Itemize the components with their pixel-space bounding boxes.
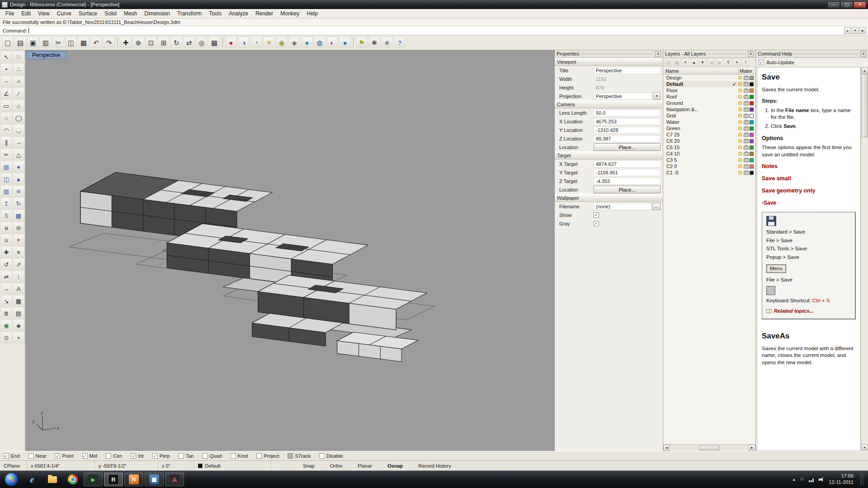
layer-row-c7-25[interactable]: C7 25 <box>663 131 755 138</box>
osnap-project[interactable]: Project <box>256 453 279 459</box>
osnap-tan[interactable]: Tan <box>179 453 194 459</box>
layer-visibility-icon[interactable] <box>738 133 742 136</box>
minimize-button[interactable]: — <box>827 1 840 8</box>
osnap-near[interactable]: Near <box>28 453 47 459</box>
tool-loft-button[interactable]: ≋ <box>13 185 24 197</box>
toolbar-paste-button[interactable]: ▦ <box>78 37 90 48</box>
tool-surface-button[interactable]: ▨ <box>0 185 12 197</box>
tool-point-cloud-button[interactable]: ∴ <box>13 63 24 75</box>
prop-field-y-target[interactable]: -1108.961 <box>594 169 660 176</box>
expand-button[interactable]: ▷ <box>716 59 723 66</box>
tool-polygon-button[interactable]: ⌂ <box>13 100 24 112</box>
layer-color-swatch[interactable] <box>750 158 754 162</box>
osnap-disable[interactable]: Disable <box>319 453 343 459</box>
related-topics-link[interactable]: Related topics... <box>766 308 851 315</box>
osnap-int[interactable]: ✓Int <box>131 453 143 459</box>
move-up-button[interactable]: ▲ <box>690 59 698 66</box>
browse-button[interactable]: ... <box>652 203 660 210</box>
osnap-quad[interactable]: Quad <box>203 453 222 459</box>
layer-color-swatch[interactable] <box>750 101 754 105</box>
layers-horizontal-scrollbar[interactable]: ◀ ▶ <box>663 444 755 451</box>
toolbar-render-button[interactable]: ◑ <box>238 37 250 48</box>
layer-color-swatch[interactable] <box>750 89 754 93</box>
layer-lock-icon[interactable] <box>744 107 748 112</box>
column-material[interactable]: Mater <box>738 68 753 74</box>
copy-layer-button[interactable]: ◫ <box>673 59 680 66</box>
osnap-cen[interactable]: Cen <box>106 453 122 459</box>
tool-line-button[interactable]: ∕ <box>13 88 24 99</box>
tool-sphere-button[interactable]: ● <box>13 161 24 173</box>
statusbar-snap-button[interactable]: Snap <box>303 463 315 469</box>
tray-expand-icon[interactable]: ▲ <box>792 477 796 482</box>
tool-cone-button[interactable]: ▲ <box>13 173 24 185</box>
layer-lock-icon[interactable] <box>744 164 748 169</box>
command-scroll-down-button[interactable]: ▼ <box>852 27 859 34</box>
layer-row-c1-5[interactable]: C1 -5 <box>663 169 755 176</box>
tool-fillet-button[interactable]: ◡ <box>13 124 24 136</box>
layer-lock-icon[interactable] <box>744 145 748 150</box>
toolbar-earth-button[interactable]: ● <box>339 37 351 48</box>
layer-color-swatch[interactable] <box>750 145 754 150</box>
osnap-strack[interactable]: STrack <box>288 453 310 459</box>
tool-layer-tool-button[interactable]: ▤ <box>13 307 24 319</box>
notes-link[interactable]: Notes <box>762 163 856 170</box>
delete-layer-button[interactable]: ✕ <box>682 59 689 66</box>
toolbar-cut-button[interactable]: ✂ <box>52 37 64 48</box>
prop-check-gray[interactable]: ✓ <box>594 221 599 226</box>
layer-visibility-icon[interactable] <box>738 120 742 124</box>
tool-scale-tool-button[interactable]: ⇗ <box>13 258 24 270</box>
tool-select-points-button[interactable]: ∷ <box>13 51 24 63</box>
help-panel-header[interactable]: Command Help ✕ <box>756 50 868 58</box>
action-center-icon[interactable]: ⚐ <box>800 476 805 483</box>
layer-lock-icon[interactable] <box>744 120 748 124</box>
layer-color-swatch[interactable] <box>750 108 754 112</box>
start-button[interactable] <box>5 473 18 486</box>
toolbar-globe-button[interactable]: ◍ <box>314 37 326 48</box>
toolbar-spotlight-button[interactable]: ◉ <box>276 37 288 48</box>
menu-transform[interactable]: Transform <box>174 9 205 18</box>
toolbar-undo-button[interactable]: ↶ <box>90 37 102 48</box>
layer-visibility-icon[interactable] <box>738 108 742 111</box>
layer-row-c4-10[interactable]: C4 10 <box>663 150 755 157</box>
properties-close-icon[interactable]: ✕ <box>655 51 661 57</box>
prop-field-z-target[interactable]: -4.353 <box>594 178 660 185</box>
tool-text-button[interactable]: A <box>13 283 24 295</box>
menu-help[interactable]: Help <box>303 9 321 18</box>
tool-split-button[interactable]: △ <box>13 149 24 160</box>
layer-row-ground[interactable]: Ground <box>663 100 755 106</box>
current-layer-button[interactable]: Default <box>194 461 271 470</box>
tool-rectangle-button[interactable]: ▭ <box>0 100 12 112</box>
tool-hatch-button[interactable]: ▦ <box>13 295 24 307</box>
tool-revolve-button[interactable]: ↻ <box>13 197 24 209</box>
toolbar-zoom-extents-button[interactable]: ⊞ <box>158 37 170 48</box>
toolbar-zoom-window-button[interactable]: ⊡ <box>145 37 157 48</box>
taskbar-windows-explorer-button[interactable] <box>43 473 62 486</box>
prop-field-y-location[interactable]: -1310.428 <box>594 127 660 134</box>
toolbar-flag-button[interactable]: ⚑ <box>356 37 368 48</box>
tool-explode-button[interactable]: ✶ <box>13 234 24 246</box>
scroll-thumb[interactable] <box>862 74 868 137</box>
layer-color-swatch[interactable] <box>750 133 754 137</box>
menu-button[interactable]: Menu <box>766 264 786 273</box>
prop-field-filename[interactable]: (none) <box>594 203 651 210</box>
menu-file[interactable]: File <box>2 9 18 18</box>
menu-curve[interactable]: Curve <box>53 9 75 18</box>
prop-field-x-location[interactable]: 4675.253 <box>594 118 660 125</box>
toolbar-pan-button[interactable]: ✚ <box>120 37 132 48</box>
statusbar-record-history-button[interactable]: Record History <box>418 463 451 469</box>
dropdown-arrow-icon[interactable]: ▼ <box>653 92 660 100</box>
layer-color-swatch[interactable] <box>750 82 754 86</box>
layer-lock-icon[interactable] <box>744 170 748 175</box>
tool-ellipse-button[interactable]: ◯ <box>13 112 24 124</box>
tool-extend-button[interactable]: → <box>13 136 24 148</box>
layer-lock-icon[interactable] <box>744 151 748 156</box>
statusbar-ortho-button[interactable]: Ortho <box>330 463 343 469</box>
menu-surface[interactable]: Surface <box>75 9 101 18</box>
tool-copy-tool-button[interactable]: ≡ <box>13 246 24 258</box>
layer-lock-icon[interactable] <box>744 126 748 131</box>
toolbar-cplane-button[interactable]: ◎ <box>196 37 208 48</box>
tool-box-button[interactable]: ▧ <box>0 161 12 173</box>
tool-offset-button[interactable]: ∥ <box>0 136 12 148</box>
properties-panel-header[interactable]: Properties ✕ <box>555 50 663 58</box>
layer-lock-icon[interactable] <box>744 132 748 137</box>
